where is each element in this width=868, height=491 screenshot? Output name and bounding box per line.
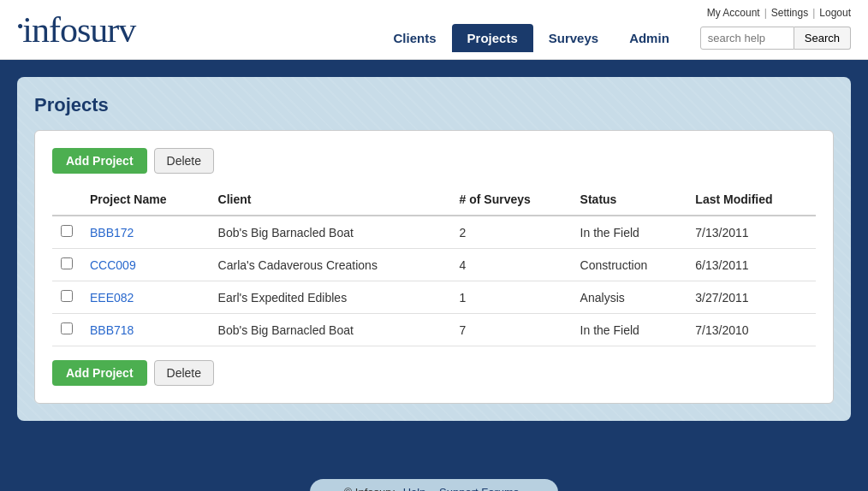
col-project-name: Project Name <box>81 187 210 216</box>
row-surveys: 7 <box>451 314 572 346</box>
row-project-name: BBB718 <box>81 314 210 346</box>
add-project-button-bottom[interactable]: Add Project <box>52 360 147 386</box>
add-project-button-top[interactable]: Add Project <box>52 148 147 174</box>
content-panel: Projects Add Project Delete Project Name… <box>17 77 851 421</box>
row-last-modified: 6/13/2011 <box>687 249 816 281</box>
row-client: Earl's Expedited Edibles <box>210 281 451 314</box>
row-surveys: 2 <box>451 216 572 249</box>
project-link-EEE082[interactable]: EEE082 <box>90 291 134 305</box>
logout-link[interactable]: Logout <box>819 7 851 19</box>
row-project-name: CCC009 <box>81 249 210 281</box>
header: ●infosurv My Account | Settings | Logout… <box>0 0 868 60</box>
sep1: | <box>764 7 767 19</box>
logo-text: infosurv <box>22 10 135 50</box>
col-checkbox <box>52 187 81 216</box>
project-link-BBB172[interactable]: BBB172 <box>90 226 134 240</box>
search-box: Search <box>700 27 851 50</box>
row-checkbox-0[interactable] <box>61 225 73 237</box>
nav-projects[interactable]: Projects <box>452 24 533 52</box>
footer: © Infosurv Help Support Forums <box>0 470 868 491</box>
row-client: Bob's Big Barnacled Boat <box>210 314 451 346</box>
my-account-link[interactable]: My Account <box>707 7 760 19</box>
col-client: Client <box>210 187 451 216</box>
row-project-name: BBB172 <box>81 216 210 249</box>
delete-button-top[interactable]: Delete <box>154 148 214 174</box>
row-last-modified: 7/13/2011 <box>687 216 816 249</box>
row-checkbox-3[interactable] <box>61 322 73 334</box>
project-link-BBB718[interactable]: BBB718 <box>90 323 134 337</box>
inner-panel: Add Project Delete Project Name Client #… <box>34 130 834 404</box>
page-title: Projects <box>34 94 834 116</box>
row-checkbox-2[interactable] <box>61 290 73 302</box>
nav-clients[interactable]: Clients <box>378 24 452 52</box>
row-status: In the Field <box>572 314 687 346</box>
row-checkbox-cell <box>52 216 81 249</box>
footer-bar: © Infosurv Help Support Forums <box>310 479 559 491</box>
table-row: BBB718 Bob's Big Barnacled Boat 7 In the… <box>52 314 816 346</box>
logo: ●infosurv <box>17 12 135 48</box>
nav-surveys[interactable]: Surveys <box>533 24 614 52</box>
search-input[interactable] <box>700 27 794 50</box>
row-status: In the Field <box>572 216 687 249</box>
col-surveys: # of Surveys <box>451 187 572 216</box>
sep2: | <box>812 7 815 19</box>
bottom-toolbar: Add Project Delete <box>52 360 816 386</box>
row-project-name: EEE082 <box>81 281 210 314</box>
projects-table: Project Name Client # of Surveys Status … <box>52 187 816 346</box>
footer-forums-link[interactable]: Support Forums <box>439 486 519 491</box>
row-last-modified: 3/27/2011 <box>687 281 816 314</box>
table-body: BBB172 Bob's Big Barnacled Boat 2 In the… <box>52 216 816 346</box>
row-checkbox-cell <box>52 249 81 281</box>
table-row: EEE082 Earl's Expedited Edibles 1 Analys… <box>52 281 816 314</box>
table-row: BBB172 Bob's Big Barnacled Boat 2 In the… <box>52 216 816 249</box>
footer-help-link[interactable]: Help <box>403 486 426 491</box>
row-last-modified: 7/13/2010 <box>687 314 816 346</box>
row-surveys: 1 <box>451 281 572 314</box>
row-client: Carla's Cadaverous Creations <box>210 249 451 281</box>
row-checkbox-cell <box>52 281 81 314</box>
row-checkbox-1[interactable] <box>61 257 73 269</box>
search-button[interactable]: Search <box>794 27 851 50</box>
settings-link[interactable]: Settings <box>771 7 808 19</box>
row-status: Construction <box>572 249 687 281</box>
row-checkbox-cell <box>52 314 81 346</box>
footer-copyright: © Infosurv <box>344 486 395 491</box>
main-nav: Clients Projects Surveys Admin <box>378 24 685 52</box>
table-header-row: Project Name Client # of Surveys Status … <box>52 187 816 216</box>
nav-search: Clients Projects Surveys Admin Search <box>378 24 851 52</box>
page-wrapper: Projects Add Project Delete Project Name… <box>0 60 868 470</box>
top-toolbar: Add Project Delete <box>52 148 816 174</box>
project-link-CCC009[interactable]: CCC009 <box>90 258 136 272</box>
col-last-modified: Last Modified <box>687 187 816 216</box>
row-client: Bob's Big Barnacled Boat <box>210 216 451 249</box>
col-status: Status <box>572 187 687 216</box>
nav-admin[interactable]: Admin <box>614 24 685 52</box>
top-links: My Account | Settings | Logout <box>707 7 851 19</box>
row-status: Analysis <box>572 281 687 314</box>
delete-button-bottom[interactable]: Delete <box>154 360 214 386</box>
row-surveys: 4 <box>451 249 572 281</box>
table-row: CCC009 Carla's Cadaverous Creations 4 Co… <box>52 249 816 281</box>
header-right: My Account | Settings | Logout Clients P… <box>378 7 851 52</box>
